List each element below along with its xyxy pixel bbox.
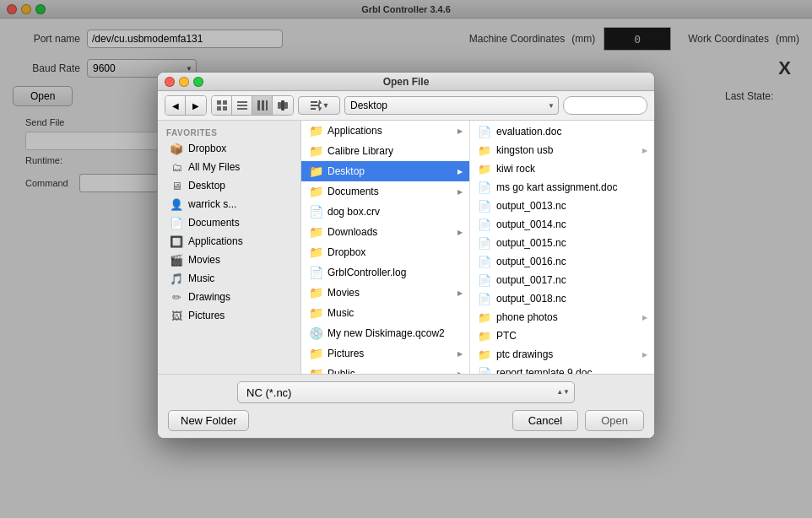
dialog-open-button[interactable]: Open [585, 410, 644, 431]
file-type-select[interactable]: NC (*.nc) All Files (*.*) [237, 381, 575, 403]
dialog-minimize-button[interactable] [179, 77, 189, 87]
arrange-button[interactable]: ▼ [298, 96, 340, 115]
output0015-name: output_0015.nc [496, 237, 647, 249]
movies-middle-name: Movies [328, 287, 457, 299]
right-item-evaluation[interactable]: 📄 evaluation.doc [470, 122, 654, 141]
sidebar-item-movies[interactable]: 🎬 Movies [161, 251, 297, 269]
back-button[interactable]: ◀ [165, 96, 186, 115]
coverflow-view-button[interactable] [273, 96, 293, 115]
list-item-documents[interactable]: 📁 Documents [301, 181, 469, 202]
sidebar-item-music[interactable]: 🎵 Music [161, 269, 297, 288]
search-input[interactable] [563, 96, 647, 115]
list-item-movies[interactable]: 📁 Movies [301, 283, 469, 303]
sidebar-section-label: FAVORITES [158, 125, 300, 139]
list-item-music[interactable]: 📁 Music [301, 303, 469, 323]
sidebar-dropbox-label: Dropbox [188, 143, 226, 154]
public-folder-icon: 📁 [308, 366, 323, 374]
sidebar-item-documents[interactable]: 📄 Documents [161, 213, 297, 232]
list-item-new-diskimage[interactable]: 💿 My new Diskimage.qcow2 [301, 323, 469, 343]
dog-box-file-icon: 📄 [308, 204, 323, 219]
right-item-output0013[interactable]: 📄 output_0013.nc [470, 197, 654, 215]
ms-go-kart-name: ms go kart assignment.doc [496, 181, 647, 193]
desktop-icon: 🖥 [170, 179, 183, 192]
music-icon: 🎵 [170, 272, 183, 285]
svg-rect-8 [262, 100, 264, 111]
right-item-phone-photos[interactable]: 📁 phone photos [470, 308, 654, 326]
forward-button[interactable]: ▶ [186, 96, 206, 115]
right-item-output0015[interactable]: 📄 output_0015.nc [470, 234, 654, 252]
applications-icon: 🔲 [170, 235, 183, 248]
ptc-name: PTC [496, 330, 647, 342]
calibre-name: Calibre Library [328, 145, 463, 157]
sidebar-music-label: Music [188, 272, 214, 284]
svg-rect-10 [278, 102, 281, 109]
movies-icon: 🎬 [170, 253, 183, 267]
report-template-file-icon: 📄 [477, 365, 492, 374]
dialog-close-button[interactable] [165, 77, 175, 87]
list-item-public[interactable]: 📁 Public [301, 364, 469, 374]
list-item-grblcontroller[interactable]: 📄 GrblController.log [301, 262, 469, 283]
list-item-applications[interactable]: 📁 Applications [301, 121, 469, 141]
svg-rect-14 [311, 105, 319, 106]
right-item-ptc-drawings[interactable]: 📁 ptc drawings [470, 345, 654, 364]
column-view-button[interactable] [252, 96, 273, 115]
svg-rect-11 [281, 100, 284, 111]
ptc-folder-icon: 📁 [477, 328, 492, 343]
sidebar-item-dropbox[interactable]: 📦 Dropbox [161, 139, 297, 158]
diskimage-file-icon: 💿 [308, 326, 323, 341]
nav-button-group: ◀ ▶ [165, 95, 207, 116]
dialog-action-buttons: Cancel Open [512, 410, 644, 431]
new-folder-button[interactable]: New Folder [168, 410, 249, 431]
right-item-ms-go-kart[interactable]: 📄 ms go kart assignment.doc [470, 178, 654, 197]
list-item-dropbox[interactable]: 📁 Dropbox [301, 242, 469, 262]
output0013-file-icon: 📄 [477, 198, 492, 213]
list-item-pictures[interactable]: 📁 Pictures [301, 343, 469, 364]
right-item-ptc[interactable]: 📁 PTC [470, 326, 654, 345]
location-dropdown[interactable]: Desktop Documents Downloads [344, 96, 559, 115]
file-type-select-wrapper: NC (*.nc) All Files (*.*) [237, 381, 575, 403]
diskimage-name: My new Diskimage.qcow2 [328, 327, 463, 339]
list-item-downloads[interactable]: 📁 Downloads [301, 222, 469, 242]
output0018-file-icon: 📄 [477, 291, 492, 306]
sidebar-movies-label: Movies [188, 254, 220, 266]
list-item-dog-box[interactable]: 📄 dog box.crv [301, 202, 469, 222]
kingston-folder-icon: 📁 [477, 143, 492, 158]
phone-photos-folder-icon: 📁 [477, 310, 492, 325]
view-button-group [211, 95, 294, 116]
svg-rect-12 [284, 102, 288, 109]
app-window: Grbl Controller 3.4.6 Port name Machine … [0, 0, 812, 518]
right-item-kingston[interactable]: 📁 kingston usb [470, 141, 654, 159]
output0014-name: output_0014.nc [496, 219, 647, 230]
right-item-kiwi[interactable]: 📁 kiwi rock [470, 159, 654, 178]
right-item-output0016[interactable]: 📄 output_0016.nc [470, 252, 654, 271]
kiwi-name: kiwi rock [496, 163, 647, 175]
sidebar-item-applications[interactable]: 🔲 Applications [161, 232, 297, 251]
sidebar-item-drawings[interactable]: ✏ Drawings [161, 288, 297, 306]
sidebar-desktop-label: Desktop [188, 180, 225, 192]
list-item-desktop[interactable]: 📁 Desktop [301, 161, 469, 181]
phone-photos-name: phone photos [496, 311, 642, 323]
icon-view-button[interactable] [212, 96, 232, 115]
sidebar-item-all-my-files[interactable]: 🗂 All My Files [161, 158, 297, 176]
svg-rect-5 [237, 105, 247, 106]
dialog-maximize-button[interactable] [193, 77, 203, 87]
right-item-report-template[interactable]: 📄 report template 9.doc [470, 364, 654, 374]
right-item-output0017[interactable]: 📄 output_0017.nc [470, 271, 654, 289]
right-item-output0014[interactable]: 📄 output_0014.nc [470, 215, 654, 234]
dialog-title: Open File [383, 76, 430, 88]
list-item-calibre[interactable]: 📁 Calibre Library [301, 141, 469, 161]
open-file-dialog: Open File ◀ ▶ [157, 72, 655, 439]
downloads-folder-icon: 📁 [308, 224, 323, 240]
sidebar-item-warrick[interactable]: 👤 warrick s... [161, 195, 297, 213]
cancel-button[interactable]: Cancel [512, 410, 578, 431]
right-item-output0018[interactable]: 📄 output_0018.nc [470, 289, 654, 308]
grbl-file-icon: 📄 [308, 265, 323, 280]
grbl-name: GrblController.log [328, 267, 463, 278]
sidebar-item-desktop[interactable]: 🖥 Desktop [161, 176, 297, 195]
dialog-toolbar: ◀ ▶ [158, 91, 654, 121]
all-my-files-icon: 🗂 [170, 160, 183, 174]
list-view-button[interactable] [232, 96, 252, 115]
report-template-name: report template 9.doc [496, 367, 647, 374]
location-select-wrapper: Desktop Documents Downloads [344, 96, 559, 115]
sidebar-item-pictures[interactable]: 🖼 Pictures [161, 306, 297, 325]
